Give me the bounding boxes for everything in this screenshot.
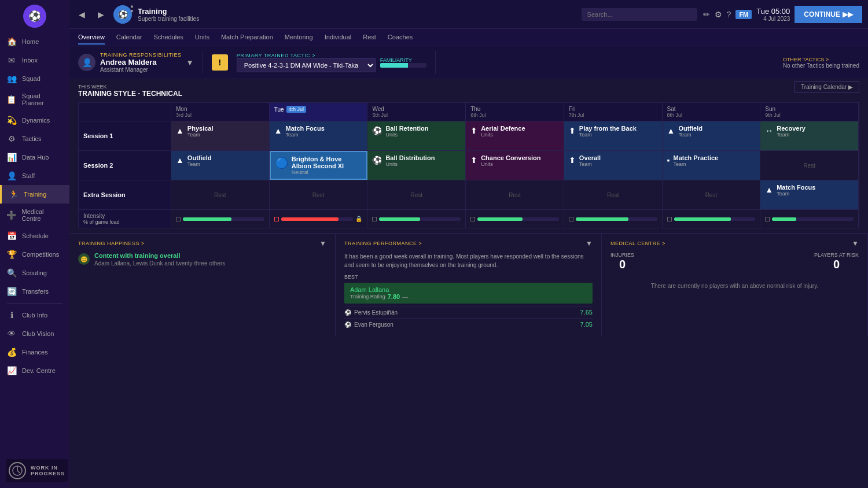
session1-mon[interactable]: ▲ Physical Team — [171, 121, 270, 150]
grid-container: Mon 3rd Jul Tue 4th Jul Wed 5th Jul Thu … — [78, 102, 859, 228]
medical-expand-button[interactable]: ▼ — [852, 239, 859, 247]
search-input[interactable] — [582, 8, 697, 21]
app-logo: ⚽ — [23, 5, 46, 28]
session1-tue[interactable]: ▲ Match Focus Team — [270, 121, 368, 150]
sidebar-item-dev-centre[interactable]: 📈 Dev. Centre — [0, 361, 69, 380]
grid-header-thu: Thu 6th Jul — [466, 103, 564, 121]
sidebar-item-club-vision[interactable]: 👁 Club Vision — [0, 324, 69, 343]
training-calendar-button[interactable]: Training Calendar ▶ — [795, 81, 859, 93]
extra-sun[interactable]: ▲ Match Focus Team — [760, 180, 859, 209]
tab-individual[interactable]: Individual — [325, 31, 351, 45]
matchpractice-content: Match Practice Team — [674, 154, 719, 167]
tab-schedules[interactable]: Schedules — [153, 31, 183, 45]
tactic-label-section: Primary Trained Tactic > Positive 4-2-3-… — [237, 53, 376, 72]
session1-thu[interactable]: ⬆ Aerial Defence Units — [466, 121, 564, 150]
clubvision-icon: 👁 — [6, 329, 17, 338]
session1-sat[interactable]: ▲ Outfield Team — [663, 121, 761, 150]
sidebar-item-dynamics[interactable]: 💫 Dynamics — [0, 111, 69, 130]
extra-wed[interactable]: Rest — [367, 180, 466, 209]
intensity-thu — [466, 210, 564, 228]
sidebar-item-schedule[interactable]: 📅 Schedule — [0, 227, 69, 245]
happiness-status: Content with training overall — [94, 252, 225, 259]
performance-title[interactable]: TRAINING PERFORMANCE > — [344, 241, 422, 246]
medical-icon: ➕ — [6, 210, 17, 220]
session1-sun[interactable]: ↔ Recovery Team — [760, 121, 859, 150]
intensity-fill-thu — [477, 217, 522, 221]
intensity-fill-sat — [674, 217, 731, 221]
sidebar-item-club-info[interactable]: ℹ Club Info — [0, 306, 69, 324]
help-icon[interactable]: ? — [727, 10, 731, 19]
brighton-icon: 🔵 — [275, 157, 288, 169]
session2-fri[interactable]: ⬆ Overall Team — [564, 151, 663, 180]
sidebar-item-staff[interactable]: 👤 Staff — [0, 167, 69, 185]
sidebar-item-transfers[interactable]: 🔄 Transfers — [0, 282, 69, 301]
sidebar-item-squad-planner[interactable]: 📋 Squad Planner — [0, 88, 69, 111]
settings-icon[interactable]: ⚙ — [715, 10, 722, 19]
player3-item[interactable]: ⚽ Evan Ferguson 7.05 — [344, 318, 593, 330]
tab-rest[interactable]: Rest — [363, 31, 376, 45]
top-player-item[interactable]: Adam Lallana Training Rating 7.80 — — [344, 283, 593, 304]
training-grid: Mon 3rd Jul Tue 4th Jul Wed 5th Jul Thu … — [69, 98, 868, 233]
sidebar-item-training[interactable]: 🏃 Training — [0, 185, 69, 204]
session1-wed[interactable]: ⚽ Ball Retention Units — [367, 121, 466, 150]
tab-calendar[interactable]: Calendar — [116, 31, 142, 45]
risk-value: 0 — [814, 258, 859, 271]
sidebar-item-scouting[interactable]: 🔍 Scouting — [0, 264, 69, 282]
tab-units[interactable]: Units — [195, 31, 209, 45]
tab-mentoring[interactable]: Mentoring — [285, 31, 313, 45]
medical-title[interactable]: MEDICAL CENTRE > — [610, 241, 665, 246]
sidebar-item-data-hub[interactable]: 📊 Data Hub — [0, 148, 69, 167]
nav-forward-button[interactable]: ▶ — [94, 8, 108, 21]
edit-icon[interactable]: ✏ — [703, 10, 710, 19]
primary-tactic-label[interactable]: Primary Trained Tactic > — [237, 53, 376, 58]
continue-button[interactable]: CONTINUE ▶▶ — [795, 6, 862, 23]
session2-mon[interactable]: ▲ Outfield Team — [171, 151, 270, 180]
intensity-sun — [760, 210, 859, 228]
datahub-icon: 📊 — [6, 153, 17, 162]
sidebar-item-squad[interactable]: 👥 Squad — [0, 69, 69, 88]
session1-fri[interactable]: ⬆ Play from the Back Team — [564, 121, 663, 150]
risk-stat: PLAYERS AT RISK 0 — [814, 252, 859, 271]
extra-session-label: Extra Session — [79, 180, 171, 209]
intensity-fill-fri — [576, 217, 628, 221]
sidebar-item-home[interactable]: 🏠 Home — [0, 32, 69, 51]
sidebar-item-tactics[interactable]: ⚙ Tactics — [0, 130, 69, 148]
sidebar-item-inbox[interactable]: ✉ Inbox — [0, 51, 69, 69]
session2-sun[interactable]: Rest — [760, 151, 859, 180]
topbar-actions: ✏ ⚙ ? FM Tue 05:00 4 Jul 2023 CONTINUE ▶… — [703, 6, 862, 23]
extra-thu[interactable]: Rest — [466, 180, 564, 209]
tab-overview[interactable]: Overview — [78, 31, 105, 45]
nav-back-button[interactable]: ◀ — [75, 8, 89, 21]
sidebar-item-medical[interactable]: ➕ Medical Centre — [0, 204, 69, 227]
session2-sat[interactable]: ▪ Match Practice Team — [663, 151, 761, 180]
performance-expand-button[interactable]: ▼ — [586, 239, 593, 247]
sidebar-item-competitions[interactable]: 🏆 Competitions — [0, 245, 69, 264]
session2-thu[interactable]: ⬆ Chance Conversion Units — [466, 151, 564, 180]
sidebar-item-finances[interactable]: 💰 Finances — [0, 343, 69, 361]
intensity-dot-tue — [274, 217, 279, 221]
other-tactics-label[interactable]: Other Tactics > — [783, 57, 859, 62]
extra-mon[interactable]: Rest — [171, 180, 270, 209]
balldist-content: Ball Distribution Units — [385, 154, 435, 167]
session2-wed[interactable]: ⚽ Ball Distribution Units — [367, 151, 466, 180]
intensity-wed — [367, 210, 466, 228]
session2-tue[interactable]: 🔵 Brighton & Hove Albion Second XI Neutr… — [270, 151, 368, 180]
happiness-expand-button[interactable]: ▼ — [319, 239, 326, 247]
grid-header-fri: Fri 7th Jul — [564, 103, 663, 121]
resp-manager-section: 👤 Training Responsibilities Andrea Malde… — [78, 52, 194, 73]
session2-label: Session 2 — [79, 151, 171, 180]
outfield2-icon: ▲ — [176, 156, 184, 165]
extra-fri[interactable]: Rest — [564, 180, 663, 209]
training-happiness-panel: TRAINING HAPPINESS > ▼ 😊 Content with tr… — [69, 234, 336, 336]
happiness-title[interactable]: TRAINING HAPPINESS > — [78, 241, 145, 246]
intensity-bar-fri — [576, 217, 657, 221]
player2-item[interactable]: ⚽ Pervis Estupiñán 7.65 — [344, 306, 593, 318]
player3-rating: 7.05 — [580, 321, 593, 328]
tab-match-prep[interactable]: Match Preparation — [221, 31, 273, 45]
tactic-select[interactable]: Positive 4-2-3-1 DM AM Wide - Tiki-Taka — [237, 58, 376, 72]
resp-dropdown-button[interactable]: ▼ — [186, 58, 194, 67]
extra-tue[interactable]: Rest — [270, 180, 368, 209]
medical-panel-header: MEDICAL CENTRE > ▼ — [610, 239, 859, 247]
extra-sat[interactable]: Rest — [663, 180, 761, 209]
tab-coaches[interactable]: Coaches — [388, 31, 413, 45]
